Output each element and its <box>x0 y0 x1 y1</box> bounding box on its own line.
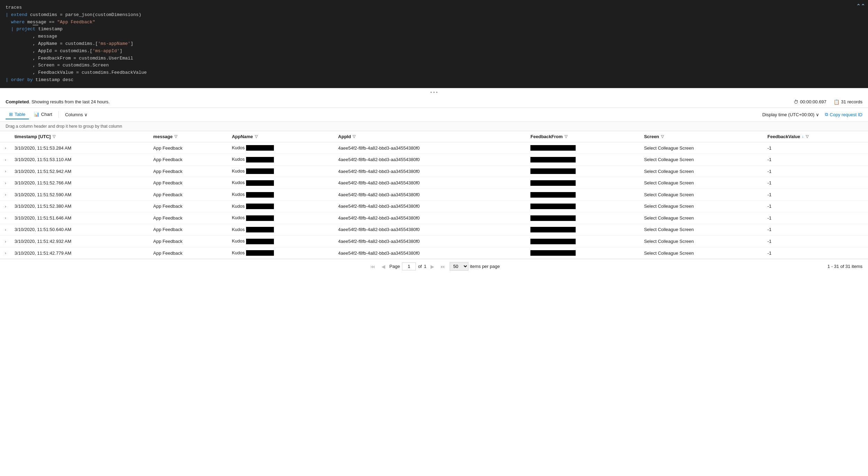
timestamp-cell: 3/10/2020, 11:51:53.284 AM <box>11 142 150 154</box>
query-time: ⏱ 00:00:00.697 <box>794 99 827 105</box>
pagination-range: 1 - 31 of 31 items <box>828 264 862 269</box>
row-expand-button[interactable]: › <box>3 227 8 232</box>
feedbackfrom-redacted <box>530 204 576 209</box>
appid-cell: 4aee54f2-f8fb-4a82-bbd3-aa34554380f0 <box>335 142 527 154</box>
table-row: › 3/10/2020, 11:51:50.640 AM App Feedbac… <box>0 224 868 236</box>
appname-redacted <box>246 204 274 209</box>
display-time-selector[interactable]: Display time (UTC+00:00) ∨ <box>762 112 819 117</box>
row-expand-cell: › <box>0 200 11 212</box>
row-expand-button[interactable]: › <box>3 250 8 256</box>
feedbackfrom-cell <box>527 212 640 224</box>
table-row: › 3/10/2020, 11:51:52.380 AM App Feedbac… <box>0 200 868 212</box>
row-expand-button[interactable]: › <box>3 168 8 174</box>
appname-cell: Kudos <box>228 224 334 236</box>
row-expand-cell: › <box>0 212 11 224</box>
feedbackvalue-sort-icon[interactable]: ↓ <box>802 134 804 138</box>
message-cell: App Feedback <box>150 200 228 212</box>
feedbackfrom-cell <box>527 177 640 189</box>
code-line: where message == "App Feedback" <box>6 19 862 26</box>
screen-cell: Select Colleague Screen <box>640 236 764 247</box>
feedbackvalue-cell: -1 <box>764 177 868 189</box>
appname-cell: Kudos <box>228 165 334 177</box>
code-line: | project timestamp <box>6 26 862 33</box>
code-line: , message <box>6 33 862 40</box>
table-row: › 3/10/2020, 11:51:52.942 AM App Feedbac… <box>0 165 868 177</box>
row-expand-cell: › <box>0 154 11 166</box>
row-expand-button[interactable]: › <box>3 157 8 162</box>
columns-button[interactable]: Columns ∨ <box>62 110 91 119</box>
of-label: of <box>418 264 422 269</box>
appname-cell: Kudos <box>228 212 334 224</box>
total-pages: 1 <box>424 264 426 269</box>
page-info: ⏮ ◀ Page of 1 ▶ ⏭ 50 100 200 items per p… <box>368 262 500 271</box>
code-line: , AppName = customdims.['ms-appName'] <box>6 40 862 48</box>
next-page-button[interactable]: ▶ <box>428 263 436 270</box>
row-expand-button[interactable]: › <box>3 192 8 197</box>
items-per-page-label: items per page <box>470 264 500 269</box>
timestamp-cell: 3/10/2020, 11:51:50.640 AM <box>11 224 150 236</box>
code-line: , AppId = customdims.['ms-appId'] <box>6 48 862 55</box>
records-count: 📋 31 records <box>834 99 862 105</box>
row-expand-cell: › <box>0 165 11 177</box>
code-line: | extend customdims = parse_json(customD… <box>6 11 862 19</box>
per-page-select[interactable]: 50 100 200 <box>450 262 468 271</box>
collapse-button[interactable]: ⌃⌃ <box>856 3 865 9</box>
appname-redacted <box>246 239 274 244</box>
tab-table[interactable]: ⊞ Table <box>6 110 29 119</box>
screen-filter-icon[interactable]: ▽ <box>661 134 664 139</box>
records-label: 31 records <box>841 99 862 104</box>
message-filter-icon[interactable]: ▽ <box>174 134 177 139</box>
feedbackvalue-cell: -1 <box>764 165 868 177</box>
feedbackfrom-redacted <box>530 168 576 174</box>
feedbackfrom-redacted <box>530 157 576 162</box>
results-table-container[interactable]: timestamp [UTC] ▽ message ▽ AppName <box>0 131 868 259</box>
screen-cell: Select Colleague Screen <box>640 224 764 236</box>
appid-col-label: AppId <box>338 134 351 139</box>
appname-redacted <box>246 145 274 151</box>
message-cell: App Feedback <box>150 165 228 177</box>
page-number-input[interactable] <box>402 262 416 270</box>
table-row: › 3/10/2020, 11:51:53.284 AM App Feedbac… <box>0 142 868 154</box>
tab-chart[interactable]: 📊 Chart <box>30 110 56 119</box>
last-page-button[interactable]: ⏭ <box>439 263 448 270</box>
message-cell: App Feedback <box>150 177 228 189</box>
row-expand-button[interactable]: › <box>3 215 8 221</box>
feedbackfrom-filter-icon[interactable]: ▽ <box>565 134 567 139</box>
row-expand-cell: › <box>0 142 11 154</box>
row-expand-button[interactable]: › <box>3 145 8 151</box>
pagination-bar: ⏮ ◀ Page of 1 ▶ ⏭ 50 100 200 items per p… <box>0 259 868 273</box>
feedbackvalue-cell: -1 <box>764 154 868 166</box>
appname-filter-icon[interactable]: ▽ <box>255 134 258 139</box>
feedbackfrom-cell <box>527 247 640 259</box>
message-cell: App Feedback <box>150 142 228 154</box>
dropdown-arrow: ∨ <box>816 112 819 117</box>
feedbackvalue-filter-icon[interactable]: ▽ <box>806 134 808 139</box>
screen-cell: Select Colleague Screen <box>640 212 764 224</box>
code-line: , Screen = customdims.Screen <box>6 62 862 69</box>
row-expand-button[interactable]: › <box>3 239 8 244</box>
appname-redacted <box>246 215 274 221</box>
copy-request-button[interactable]: ⧉ Copy request ID <box>825 112 862 117</box>
code-line: , FeedbackValue = customdims.FeedbackVal… <box>6 69 862 77</box>
clock-icon: ⏱ <box>794 99 798 105</box>
timestamp-filter-icon[interactable]: ▽ <box>53 134 55 139</box>
columns-label: Columns <box>65 112 83 117</box>
row-expand-button[interactable]: › <box>3 204 8 209</box>
timestamp-cell: 3/10/2020, 11:51:52.766 AM <box>11 177 150 189</box>
completed-label: Completed <box>6 99 29 104</box>
row-expand-button[interactable]: › <box>3 180 8 186</box>
feedbackfrom-col-header: FeedbackFrom ▽ <box>527 131 640 142</box>
row-expand-cell: › <box>0 189 11 201</box>
feedbackfrom-redacted <box>530 239 576 244</box>
feedbackvalue-col-header: FeedbackValue ↓ ▽ <box>764 131 868 142</box>
appname-redacted <box>246 227 274 232</box>
feedbackfrom-cell <box>527 189 640 201</box>
first-page-button[interactable]: ⏮ <box>368 263 377 270</box>
appname-cell: Kudos <box>228 236 334 247</box>
appid-cell: 4aee54f2-f8fb-4a82-bbd3-aa34554380f0 <box>335 212 527 224</box>
appid-filter-icon[interactable]: ▽ <box>353 134 355 139</box>
divider-dots: • • • <box>0 88 868 96</box>
prev-page-button[interactable]: ◀ <box>379 263 387 270</box>
feedbackfrom-cell <box>527 142 640 154</box>
appid-cell: 4aee54f2-f8fb-4a82-bbd3-aa34554380f0 <box>335 224 527 236</box>
